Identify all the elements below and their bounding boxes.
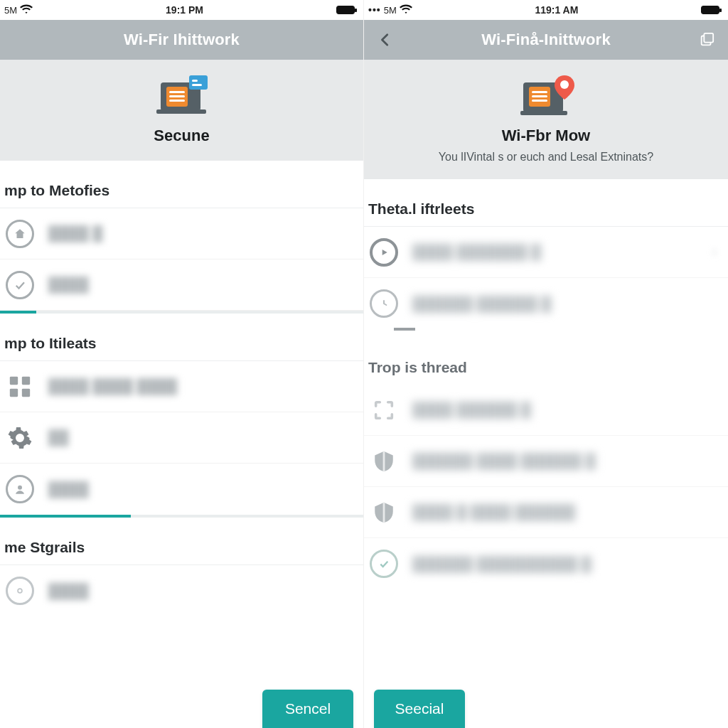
user-circle-icon [4,473,36,505]
svg-point-13 [18,486,22,490]
svg-rect-4 [169,95,185,97]
target-icon [4,575,36,606]
check-badge-icon [368,548,400,579]
screen-right: ••• 5M 119:1 AM Wi-Finå-Inittwork [364,0,728,728]
list-item[interactable]: ██████ ████ ██████ █ [364,436,728,487]
primary-button[interactable]: Seecial [374,690,465,728]
section-header: Theta.l iftrleets [364,179,728,226]
svg-rect-16 [704,33,713,43]
home-circle-icon [4,218,36,250]
check-circle-icon [4,269,36,301]
list-item[interactable]: ██████ ██████████ █ [364,538,728,589]
svg-rect-8 [192,84,202,86]
grid-icon [4,371,36,402]
row-label: ██████ ██████ █ [412,296,551,312]
hero-title: Wi-Fbr Mow [375,127,717,145]
svg-rect-3 [169,91,185,93]
svg-rect-1 [156,109,206,114]
primary-button-label: Sencel [285,700,331,717]
list-item[interactable]: ████ [0,259,363,311]
gear-icon [4,422,36,454]
list-item[interactable]: ██████ ██████ █ [364,278,728,329]
chevron-right-icon: › [712,245,717,259]
svg-rect-10 [22,376,30,384]
screen-left: 5M 19:1 PM Wi-Fir Ihittwork [0,0,364,728]
shield-icon [368,497,400,528]
carrier-label: 5M [384,5,397,16]
svg-point-23 [560,80,569,89]
row-label: ████ [48,583,89,599]
section-header: me Stgrails [0,518,363,564]
clock-label: 19:1 PM [166,4,203,16]
hero-card: Wi-Fbr Mow You lIVintal s or euch and Le… [364,60,728,179]
nav-title: Wi-Fir Ihittwork [124,31,240,49]
progress-bar [0,311,363,314]
signal-dots-icon: ••• [368,4,381,16]
shield-icon [368,446,400,477]
primary-button[interactable]: Sencel [262,690,353,728]
row-label: ████ [48,481,89,498]
list-item[interactable]: ████ █ [0,208,363,259]
row-label: ██████ ████ ██████ █ [412,453,596,469]
row-label: ████ █ [48,225,102,242]
battery-icon [701,6,719,14]
status-bar: ••• 5M 119:1 AM [364,0,728,20]
svg-rect-12 [22,388,30,396]
hero-title: Secune [11,127,352,145]
status-bar: 5M 19:1 PM [0,0,363,20]
section-header: mp to Itileats [0,314,363,360]
svg-rect-9 [10,376,18,384]
clock-circle-icon [368,288,400,319]
list-item[interactable]: ████ █ ████ ██████ [364,487,728,538]
primary-button-label: Seecial [395,700,444,717]
row-label: ████ [48,277,89,293]
share-button[interactable] [692,20,721,60]
row-label: ████ ███████ █ [412,244,541,260]
hero-icon [520,73,572,118]
svg-rect-7 [192,80,198,82]
row-label: ████ ████ ████ [48,378,177,395]
list-item[interactable]: ██ [0,412,363,464]
hero-subtitle: You lIVintal s or euch and Lesal Extnina… [375,151,717,164]
svg-rect-22 [532,100,547,102]
hero-card: Secune [0,60,363,161]
hero-icon [156,73,208,118]
svg-rect-6 [189,75,208,90]
svg-rect-20 [532,91,547,93]
carrier-label: 5M [4,5,17,16]
row-label: ██████ ██████████ █ [412,556,592,572]
list-item[interactable]: ████ [0,464,363,515]
wifi-icon [20,4,33,16]
section-header: mp to Metofies [0,161,363,208]
scan-icon [368,395,400,426]
play-circle-icon [368,237,400,268]
list-item[interactable]: ████ [0,565,363,616]
back-button[interactable] [371,20,400,60]
row-label: ██ [48,429,68,446]
nav-bar: Wi-Fir Ihittwork [0,20,363,60]
svg-rect-11 [10,388,18,396]
wifi-icon [400,4,412,16]
svg-point-14 [18,589,22,593]
row-label: ████ ██████ █ [412,402,531,418]
progress-tick [394,328,415,331]
row-label: ████ █ ████ ██████ [412,504,575,520]
svg-marker-24 [382,249,387,255]
nav-bar: Wi-Finå-Inittwork [364,20,728,60]
nav-title: Wi-Finå-Inittwork [481,31,611,49]
list-item[interactable]: ████ ██████ █ [364,385,728,436]
battery-icon [336,6,355,14]
list-item[interactable]: ████ ███████ █ › [364,227,728,278]
svg-rect-18 [520,111,567,115]
svg-rect-21 [532,95,547,97]
progress-bar [0,515,363,518]
svg-rect-5 [169,100,185,102]
clock-label: 119:1 AM [535,4,578,16]
list-item[interactable]: ████ ████ ████ [0,361,363,412]
section-header: Trop is thread [364,332,728,385]
